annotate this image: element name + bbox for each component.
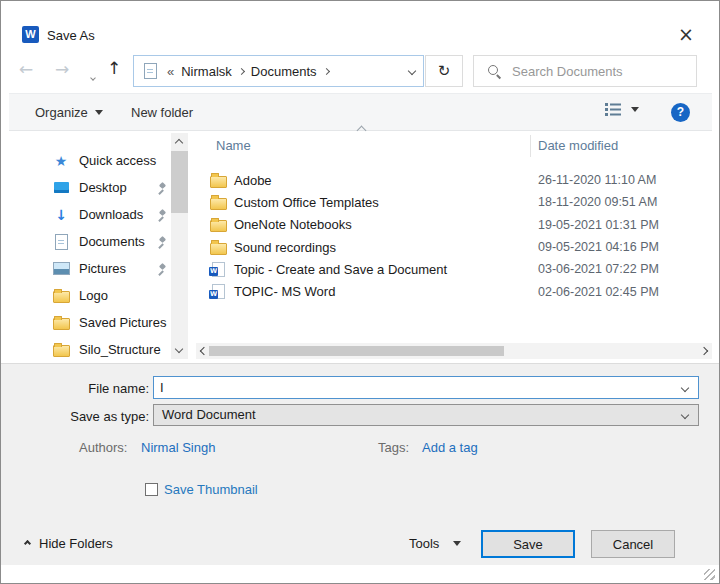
tags-label: Tags:: [378, 440, 409, 455]
up-button[interactable]: [107, 60, 121, 77]
file-row[interactable]: TOPIC- MS Word 02-06-2021 02:45 PM: [196, 280, 712, 302]
sidebar-item-label: Pictures: [79, 261, 126, 276]
sidebar-item[interactable]: Logo: [29, 282, 171, 309]
search-box[interactable]: [473, 55, 697, 87]
sidebar-item[interactable]: Silo_Structure: [29, 336, 171, 363]
file-name-input[interactable]: [154, 377, 698, 398]
save-button[interactable]: Save: [481, 530, 575, 558]
authors-value-link[interactable]: Nirmal Singh: [141, 440, 215, 455]
file-row[interactable]: Adobe 26-11-2020 11:10 AM: [196, 169, 712, 191]
help-button[interactable]: [671, 103, 690, 122]
close-icon: [678, 24, 694, 45]
file-name: TOPIC- MS Word: [234, 284, 335, 299]
scroll-right-arrow[interactable]: [700, 347, 708, 355]
chevron-down-icon: [631, 107, 639, 112]
cancel-button[interactable]: Cancel: [591, 530, 675, 558]
dialog-title: Save As: [47, 28, 95, 43]
column-headers: Name Date modified: [196, 133, 712, 159]
file-name: Sound recordings: [234, 240, 336, 255]
save-thumbnail-checkbox[interactable]: [145, 483, 158, 496]
tools-button[interactable]: Tools: [409, 536, 461, 551]
sidebar-item[interactable]: Saved Pictures: [29, 309, 171, 336]
scrollbar-thumb[interactable]: [209, 346, 504, 356]
search-input[interactable]: [512, 64, 672, 79]
sidebar-item-icon: [51, 153, 71, 169]
status-strip: [2, 565, 720, 584]
recent-locations-button[interactable]: [88, 68, 98, 78]
resize-grip[interactable]: [704, 569, 715, 580]
sidebar-scrollbar[interactable]: [171, 133, 188, 359]
organize-button[interactable]: Organize: [35, 94, 103, 130]
file-row[interactable]: Custom Office Templates 18-11-2020 09:51…: [196, 191, 712, 213]
save-as-dialog: Save As « Nirmalsk Documents Organize Ne…: [0, 0, 720, 584]
breadcrumb-collapsed[interactable]: «: [167, 64, 174, 79]
file-row[interactable]: Sound recordings 09-05-2021 04:16 PM: [196, 236, 712, 258]
save-thumbnail-label[interactable]: Save Thumbnail: [164, 482, 258, 497]
file-type-icon: [208, 194, 228, 210]
chevron-down-icon: [453, 541, 461, 546]
pin-icon: [155, 263, 167, 275]
column-divider[interactable]: [530, 135, 531, 157]
pin-icon: [155, 236, 167, 248]
sidebar-item[interactable]: Documents: [29, 228, 171, 255]
add-tag-link[interactable]: Add a tag: [422, 440, 478, 455]
sidebar-item-label: Saved Pictures: [79, 315, 166, 330]
chevron-down-icon: [95, 110, 103, 115]
change-view-button[interactable]: [605, 102, 639, 117]
address-bar[interactable]: « Nirmalsk Documents: [133, 55, 424, 87]
forward-button[interactable]: [55, 61, 69, 78]
hide-folders-button[interactable]: Hide Folders: [25, 536, 113, 551]
chevron-up-icon: [24, 540, 31, 547]
save-as-type-select[interactable]: Word Document: [153, 404, 699, 426]
file-row[interactable]: Topic - Create and Save a Document 03-06…: [196, 258, 712, 280]
hide-folders-label: Hide Folders: [39, 536, 113, 551]
file-name-combobox[interactable]: [153, 376, 699, 399]
sidebar-item-icon: [51, 288, 71, 304]
file-date-modified: 18-11-2020 09:51 AM: [538, 195, 657, 209]
sidebar-item[interactable]: Desktop: [29, 174, 171, 201]
organize-label: Organize: [35, 105, 88, 120]
back-button[interactable]: [19, 61, 33, 78]
save-as-type-value: Word Document: [162, 407, 256, 422]
sidebar-item-icon: [51, 180, 71, 196]
breadcrumb-separator-icon[interactable]: [323, 67, 330, 74]
refresh-button[interactable]: [425, 55, 463, 87]
sidebar-item-label: Downloads: [79, 207, 143, 222]
scroll-left-arrow[interactable]: [200, 347, 208, 355]
file-row[interactable]: OneNote Notebooks 19-05-2021 01:31 PM: [196, 214, 712, 236]
scroll-up-arrow[interactable]: [175, 139, 183, 147]
file-list: Name Date modified Adobe 26-11-2020 11:1…: [196, 133, 712, 339]
file-name: Adobe: [234, 173, 272, 188]
sidebar-item[interactable]: Quick access: [29, 147, 171, 174]
file-date-modified: 19-05-2021 01:31 PM: [538, 218, 659, 232]
navigation-pane: Quick access Desktop Downloads Documents: [29, 147, 171, 363]
sidebar-item-icon: [51, 315, 71, 331]
file-list-horizontal-scrollbar[interactable]: [196, 343, 712, 359]
close-button[interactable]: [671, 21, 701, 48]
breadcrumb-separator-icon[interactable]: [238, 67, 245, 74]
sidebar-item[interactable]: Pictures: [29, 255, 171, 282]
sidebar-item-icon: [51, 207, 71, 223]
sidebar-item-label: Desktop: [79, 180, 127, 195]
sidebar-item-label: Silo_Structure: [79, 342, 161, 357]
scrollbar-thumb[interactable]: [171, 151, 188, 213]
file-date-modified: 02-06-2021 02:45 PM: [538, 285, 659, 299]
new-folder-button[interactable]: New folder: [131, 94, 193, 130]
sidebar-item-label: Documents: [79, 234, 145, 249]
file-name: OneNote Notebooks: [234, 217, 352, 232]
file-type-icon: [208, 172, 228, 188]
column-header-name[interactable]: Name: [216, 138, 251, 153]
new-folder-label: New folder: [131, 105, 193, 120]
column-header-date-modified[interactable]: Date modified: [538, 138, 618, 153]
file-date-modified: 03-06-2021 07:22 PM: [538, 262, 659, 276]
file-type-icon: [208, 284, 228, 300]
sidebar-item[interactable]: Downloads: [29, 201, 171, 228]
breadcrumb-item-nirmalsk[interactable]: Nirmalsk: [181, 64, 232, 79]
list-view-icon: [605, 102, 622, 117]
address-dropdown-chevron[interactable]: [408, 67, 416, 75]
pin-icon: [155, 182, 167, 194]
breadcrumb-item-documents[interactable]: Documents: [251, 64, 317, 79]
location-icon: [140, 63, 160, 79]
search-icon: [488, 65, 501, 78]
scroll-down-arrow[interactable]: [175, 345, 183, 353]
